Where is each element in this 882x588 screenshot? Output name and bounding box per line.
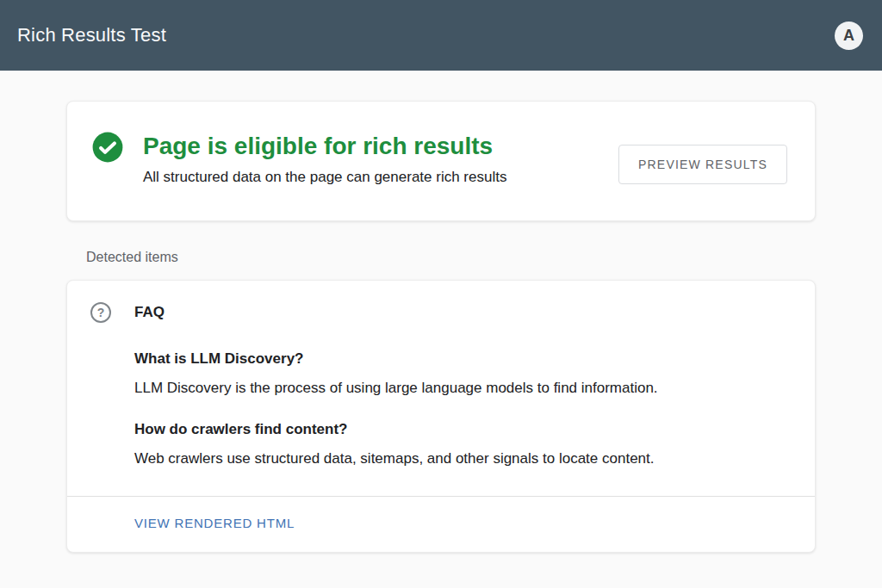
user-avatar[interactable]: A — [835, 22, 863, 50]
faq-detected-item-card: ? FAQ What is LLM Discovery? LLM Discove… — [66, 280, 816, 553]
result-subtitle: All structured data on the page can gene… — [143, 168, 618, 187]
faq-question: What is LLM Discovery? — [134, 350, 787, 368]
app-header: Rich Results Test A — [0, 0, 882, 71]
result-text-block: Page is eligible for rich results All st… — [143, 131, 618, 187]
preview-results-button[interactable]: PREVIEW RESULTS — [618, 145, 787, 184]
faq-answer: Web crawlers use structured data, sitema… — [134, 449, 787, 468]
main-content: Page is eligible for rich results All st… — [0, 71, 882, 553]
check-circle-icon — [91, 131, 124, 164]
result-heading: Page is eligible for rich results — [143, 131, 618, 162]
view-rendered-html-link[interactable]: VIEW RENDERED HTML — [134, 516, 295, 530]
help-circle-icon: ? — [90, 302, 111, 323]
faq-item: How do crawlers find content? Web crawle… — [134, 420, 787, 468]
eligibility-result-card: Page is eligible for rich results All st… — [66, 101, 816, 221]
page-title: Rich Results Test — [17, 24, 166, 46]
faq-card-header: ? FAQ — [67, 281, 815, 323]
faq-type-label: FAQ — [134, 304, 165, 321]
faq-qa-list: What is LLM Discovery? LLM Discovery is … — [67, 323, 815, 496]
detected-items-label: Detected items — [86, 250, 816, 265]
faq-question: How do crawlers find content? — [134, 420, 787, 439]
faq-item: What is LLM Discovery? LLM Discovery is … — [134, 350, 787, 398]
faq-card-footer: VIEW RENDERED HTML — [67, 497, 815, 552]
faq-answer: LLM Discovery is the process of using la… — [134, 379, 787, 398]
